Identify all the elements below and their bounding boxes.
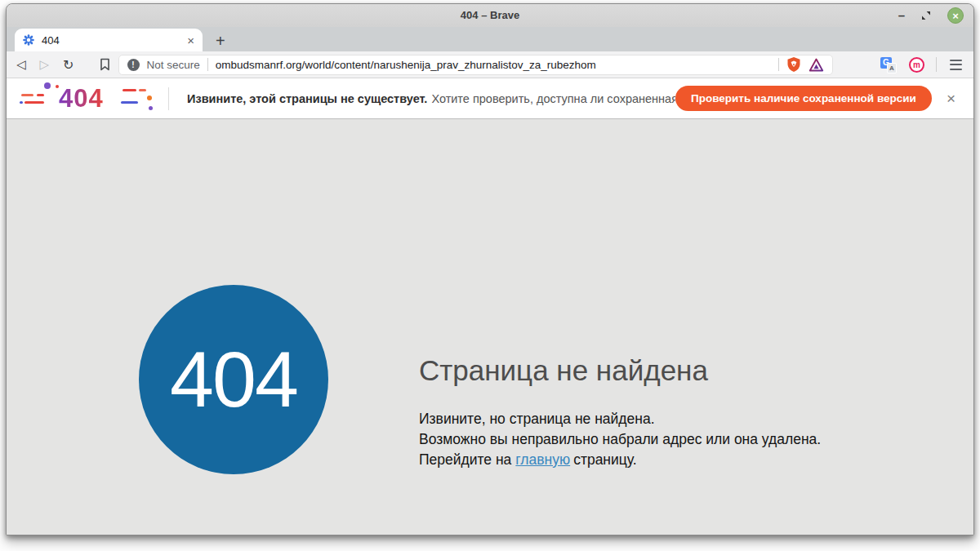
restore-icon — [921, 11, 931, 20]
favicon-icon — [23, 34, 34, 46]
home-page-link[interactable]: главную — [515, 451, 570, 468]
window-title: 404 – Brave — [7, 9, 973, 21]
error-line3-suffix: страницу. — [573, 451, 637, 468]
security-label: Not secure — [147, 59, 200, 71]
error-message-block: Страница не найдена Извините, но страниц… — [419, 354, 821, 470]
notfound-infobar: 404 Извините, этой страницы не существуе… — [7, 78, 973, 119]
address-bar[interactable]: ! Not secure ombudsmanrf.org/world/conte… — [118, 55, 834, 75]
brave-rewards-icon[interactable] — [808, 58, 824, 72]
extension-m-icon[interactable]: m — [909, 57, 924, 73]
restore-button[interactable] — [921, 11, 931, 20]
browser-window: 404 – Brave – × 40 — [6, 3, 974, 535]
tab-title: 404 — [42, 34, 180, 47]
infobar-message-bold: Извините, этой страницы не существует. — [187, 92, 427, 105]
url-text[interactable]: ombudsmanrf.org/world/content/narushenij… — [216, 59, 771, 71]
logo-decoration — [44, 82, 51, 89]
logo-decoration — [20, 101, 23, 104]
logo-decoration — [149, 106, 153, 110]
toolbar: ◁ ▷ ↻ ! Not secure ombudsmanrf.org/world… — [7, 51, 973, 78]
infobar-404-logo: 404 — [20, 82, 157, 116]
divider — [168, 87, 169, 110]
logo-decoration — [147, 96, 152, 100]
translate-extension-icon[interactable]: G A — [880, 57, 896, 73]
logo-decoration — [122, 89, 136, 91]
menu-button[interactable] — [948, 58, 964, 72]
brave-shield-icon[interactable] — [786, 56, 801, 73]
infobar-message: Извините, этой страницы не существует.Хо… — [187, 92, 675, 105]
404-circle: 404 — [139, 285, 328, 474]
divider — [936, 57, 937, 72]
error-paragraph: Извините, но страница не найдена. Возмож… — [419, 409, 821, 470]
tab-404[interactable]: 404 × — [15, 29, 203, 51]
error-line3-prefix: Перейдите на — [419, 451, 511, 468]
page-title: Страница не найдена — [419, 354, 821, 387]
infobar-message-rest: Хотите проверить, доступна ли сохраненна… — [431, 92, 675, 105]
new-tab-button[interactable]: + — [216, 33, 225, 49]
title-bar[interactable]: 404 – Brave – × — [7, 4, 973, 27]
logo-decoration — [121, 101, 138, 104]
page-content: 404 Страница не найдена Извините, но стр… — [7, 119, 973, 535]
forward-button[interactable]: ▷ — [40, 57, 50, 72]
close-window-button[interactable]: × — [947, 7, 964, 24]
divider — [778, 58, 779, 71]
infobar-404-text: 404 — [59, 84, 104, 113]
logo-decoration — [21, 94, 33, 96]
logo-decoration — [37, 94, 44, 96]
error-line1: Извините, но страница не найдена. — [419, 411, 655, 427]
error-line2: Возможно вы неправильно набрали адрес ил… — [419, 431, 821, 447]
back-button[interactable]: ◁ — [16, 57, 26, 72]
minimize-button[interactable]: – — [898, 11, 905, 20]
divider — [207, 58, 208, 71]
infobar-close-button[interactable]: × — [947, 91, 956, 106]
window-controls: – × — [898, 4, 964, 27]
check-saved-version-button[interactable]: Проверить наличие сохраненной версии — [675, 86, 932, 111]
bookmark-icon[interactable] — [100, 58, 110, 71]
logo-decoration — [139, 89, 146, 91]
logo-decoration — [24, 101, 44, 104]
not-secure-icon[interactable]: ! — [127, 59, 140, 71]
tab-close-button[interactable]: × — [187, 34, 194, 47]
reload-button[interactable]: ↻ — [63, 57, 74, 73]
tab-strip: 404 × + — [7, 27, 973, 51]
404-circle-text: 404 — [170, 334, 297, 425]
